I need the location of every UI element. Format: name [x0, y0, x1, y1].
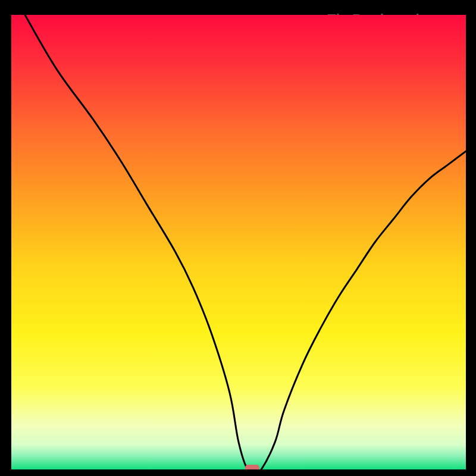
chart-frame: TheBottleneck.com	[10, 13, 468, 471]
optimal-marker	[245, 465, 259, 469]
bottleneck-chart	[11, 15, 466, 469]
chart-background	[11, 15, 466, 469]
